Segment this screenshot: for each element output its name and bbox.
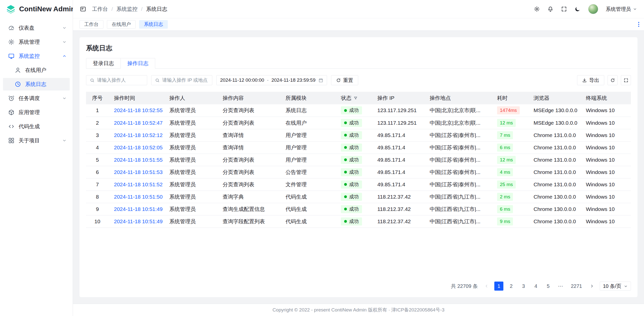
- export-button[interactable]: 导出: [577, 75, 604, 85]
- cell-duration: 2 ms: [492, 191, 528, 203]
- cell-browser: MSEdge 130.0.0.0: [528, 104, 581, 117]
- page-button[interactable]: 5: [544, 282, 553, 291]
- col-operator: 操作人: [164, 92, 217, 104]
- content-card: 系统日志 登录日志 操作日志 2024-11-12 00:00:: [79, 37, 637, 297]
- tab-system-logs[interactable]: 系统日志: [139, 20, 168, 29]
- log-table: 序号 操作时间 操作人 操作内容 所属模块 状态 操作 IP 操作地点: [86, 92, 631, 228]
- cell-browser: MSEdge 130.0.0.0: [528, 117, 581, 129]
- tab-operation-logs[interactable]: 操作日志: [120, 58, 155, 69]
- sidebar-item-task-schedule[interactable]: 任务调度: [3, 92, 70, 105]
- page-button[interactable]: 3: [519, 282, 528, 291]
- cell-seq: 3: [86, 129, 109, 141]
- col-ip: 操作 IP: [372, 92, 424, 104]
- cell-location: 中国|江苏省|泰州市|...: [424, 129, 492, 141]
- status-dot-icon: [344, 134, 347, 137]
- next-page-button[interactable]: [587, 282, 596, 291]
- table-fullscreen-button[interactable]: [621, 75, 631, 85]
- tab-online-users[interactable]: 在线用户: [107, 20, 136, 29]
- cell-duration: 12 ms: [492, 154, 528, 166]
- sidebar-item-dashboard[interactable]: 仪表盘: [3, 22, 70, 34]
- cell-duration: 4 ms: [492, 166, 528, 178]
- ip-search-input[interactable]: [162, 77, 209, 83]
- search-icon: [90, 78, 95, 83]
- cell-ip: 123.117.129.251: [372, 104, 424, 117]
- cell-browser: Chrome 130.0.0.0: [528, 203, 581, 215]
- sidebar-item-system-monitor[interactable]: 系统监控: [3, 50, 70, 62]
- code-icon: [8, 123, 15, 130]
- page-size-select[interactable]: 10 条/页: [600, 282, 631, 291]
- breadcrumb-item-current: 系统日志: [146, 6, 167, 13]
- chevron-up-icon: [62, 54, 67, 58]
- cell-seq: 5: [86, 154, 109, 166]
- table-row: 72024-11-18 10:51:52系统管理员分页查询列表文件管理成功49.…: [86, 178, 631, 191]
- page-button[interactable]: 2271: [569, 282, 584, 291]
- sidebar-item-online-users[interactable]: 在线用户: [3, 64, 70, 76]
- route-tabbar: 工作台 在线用户 系统日志: [73, 18, 644, 31]
- operation-time-link[interactable]: 2024-11-18 10:51:49: [114, 218, 163, 224]
- duration-badge: 2 ms: [497, 193, 513, 201]
- cell-location: 中国|江苏省|泰州市|...: [424, 154, 492, 166]
- operator-search-input[interactable]: [97, 77, 143, 83]
- app-layout: ContiNew Admin 仪表盘 系统管理 系统监控 在线用户: [0, 0, 644, 316]
- cell-os: Windows 10: [581, 154, 631, 166]
- operation-time-link[interactable]: 2024-11-18 10:52:05: [114, 145, 163, 150]
- cell-os: Windows 10: [581, 129, 631, 141]
- status-badge: 成功: [341, 106, 362, 114]
- cell-time: 2024-11-18 10:52:47: [109, 117, 164, 129]
- tab-login-logs[interactable]: 登录日志: [86, 58, 121, 69]
- duration-badge: 6 ms: [497, 205, 513, 213]
- user-menu[interactable]: 系统管理员: [606, 6, 637, 13]
- avatar[interactable]: [588, 4, 598, 14]
- filter-icon[interactable]: [353, 96, 358, 100]
- cell-module: 在线用户: [280, 117, 336, 129]
- operation-time-link[interactable]: 2024-11-18 10:52:55: [114, 107, 163, 113]
- status-dot-icon: [344, 220, 347, 223]
- moon-icon[interactable]: [575, 6, 581, 12]
- breadcrumb-item[interactable]: 工作台: [92, 6, 108, 13]
- cell-seq: 9: [86, 203, 109, 215]
- cell-content: 分页查询列表: [217, 178, 280, 191]
- tab-workbench[interactable]: 工作台: [79, 20, 103, 29]
- cell-operator: 系统管理员: [164, 203, 217, 215]
- refresh-button[interactable]: [608, 75, 618, 85]
- more-vertical-icon[interactable]: [635, 21, 642, 28]
- page-button[interactable]: 2: [507, 282, 516, 291]
- cell-time: 2024-11-18 10:51:53: [109, 166, 164, 178]
- sidebar-item-about-project[interactable]: 关于项目: [3, 134, 70, 147]
- operation-time-link[interactable]: 2024-11-18 10:51:49: [114, 206, 163, 212]
- operator-search-field[interactable]: [86, 75, 147, 85]
- sidebar-item-code-generation[interactable]: 代码生成: [3, 120, 70, 133]
- history-icon: [15, 81, 21, 87]
- breadcrumb-separator: /: [141, 6, 143, 12]
- reset-button[interactable]: 重置: [331, 75, 358, 85]
- status-dot-icon: [344, 208, 347, 210]
- prev-page-button[interactable]: [482, 282, 491, 291]
- breadcrumb-item[interactable]: 系统监控: [116, 6, 138, 13]
- operation-time-link[interactable]: 2024-11-18 10:52:47: [114, 120, 163, 126]
- cell-module: 用户管理: [280, 141, 336, 154]
- logo[interactable]: ContiNew Admin: [0, 0, 73, 18]
- sidebar-item-app-management[interactable]: 应用管理: [3, 106, 70, 119]
- page-button[interactable]: 4: [531, 282, 540, 291]
- cell-location: 中国|江苏省|泰州市|...: [424, 178, 492, 191]
- cell-content: 分页查询列表: [217, 104, 280, 117]
- cell-location: 中国|北京|北京市|联...: [424, 117, 492, 129]
- cell-browser: Chrome 131.0.0.0: [528, 178, 581, 191]
- ip-search-field[interactable]: [151, 75, 212, 85]
- gear-icon[interactable]: [534, 6, 540, 12]
- operation-time-link[interactable]: 2024-11-18 10:51:53: [114, 169, 163, 175]
- operation-time-link[interactable]: 2024-11-18 10:51:55: [114, 157, 163, 163]
- bell-icon[interactable]: [547, 6, 553, 12]
- sidebar-item-system-logs[interactable]: 系统日志: [3, 78, 70, 91]
- operation-time-link[interactable]: 2024-11-18 10:51:52: [114, 182, 163, 187]
- cell-duration: 1474ms: [492, 104, 528, 117]
- sidebar-item-system-management[interactable]: 系统管理: [3, 36, 70, 48]
- operation-time-link[interactable]: 2024-11-18 10:51:50: [114, 194, 163, 200]
- page-button[interactable]: 1: [494, 282, 503, 291]
- download-icon: [582, 78, 587, 83]
- cell-duration: 7 ms: [492, 129, 528, 141]
- collapse-menu-button[interactable]: [78, 5, 88, 14]
- operation-time-link[interactable]: 2024-11-18 10:52:12: [114, 132, 163, 138]
- date-range-picker[interactable]: 2024-11-12 00:00:00 - 2024-11-18 23:59:5…: [216, 75, 327, 85]
- fullscreen-icon[interactable]: [561, 6, 567, 12]
